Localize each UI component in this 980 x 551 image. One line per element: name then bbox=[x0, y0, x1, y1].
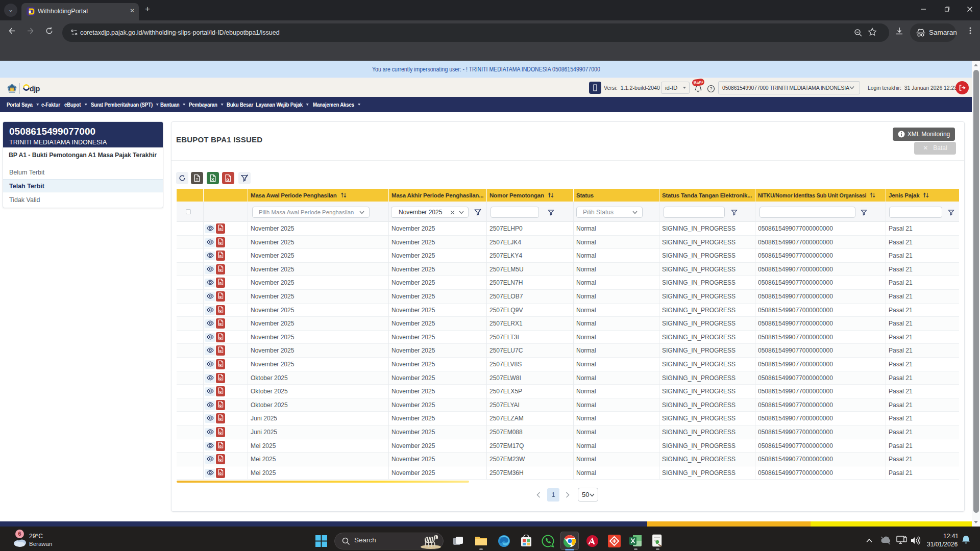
svg-text:?: ? bbox=[710, 86, 713, 91]
